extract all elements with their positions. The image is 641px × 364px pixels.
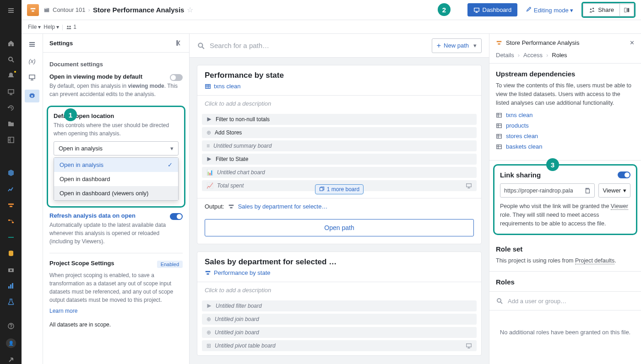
svg-rect-8 xyxy=(8,286,10,289)
scope-label: Project Scope Settings xyxy=(49,260,114,267)
cube-icon[interactable] xyxy=(7,169,15,177)
close-icon[interactable]: ✕ xyxy=(630,39,635,46)
present-icon[interactable] xyxy=(7,88,15,96)
svg-point-36 xyxy=(497,299,501,302)
history-icon[interactable] xyxy=(7,104,15,112)
board-row[interactable]: ⊕Add Stores xyxy=(202,127,477,138)
folder-icon xyxy=(43,7,50,13)
help-menu[interactable]: Help ▾ xyxy=(43,24,59,30)
board-row[interactable]: Filter to non-null totals xyxy=(202,114,477,125)
user-avatar[interactable]: 👤 xyxy=(6,338,16,348)
copy-icon[interactable] xyxy=(584,187,591,194)
default-location-select[interactable]: Open in analysis ▾ xyxy=(54,141,179,155)
crumb-details[interactable]: Details xyxy=(496,52,514,59)
menu-icon[interactable] xyxy=(7,6,15,14)
svg-point-18 xyxy=(69,26,71,27)
new-path-button[interactable]: + New path ▾ xyxy=(432,38,482,53)
hamburger-icon[interactable] xyxy=(28,40,36,48)
path2-source[interactable]: Performance by state xyxy=(205,269,474,276)
search-path[interactable]: Search for a path… xyxy=(197,42,426,50)
board-row[interactable]: Untitled filter board xyxy=(202,300,477,311)
section-doc-settings: Document settings xyxy=(49,61,183,68)
dataset-link[interactable]: txns clean xyxy=(496,112,635,118)
refresh-label: Refresh analysis data on open xyxy=(49,212,136,219)
help-icon[interactable] xyxy=(7,322,15,330)
folder-icon[interactable] xyxy=(7,120,15,128)
share-panel-toggle[interactable] xyxy=(620,4,634,16)
default-location-callout: Default open location This controls wher… xyxy=(47,106,185,208)
svg-rect-14 xyxy=(474,8,479,11)
canvas: Search for a path… + New path ▾ Performa… xyxy=(190,34,489,364)
search-icon[interactable] xyxy=(7,56,15,64)
upstream-title: Upstream dependencies xyxy=(496,70,635,78)
file-menu[interactable]: File ▾ xyxy=(28,24,41,30)
chart-icon[interactable] xyxy=(7,185,15,193)
home-icon[interactable] xyxy=(7,39,15,47)
layout-icon[interactable] xyxy=(7,136,15,144)
more-boards-button[interactable]: 1 more board xyxy=(315,184,364,194)
svg-rect-24 xyxy=(228,204,234,206)
camera-icon[interactable] xyxy=(7,266,15,273)
breadcrumb-folder[interactable]: Contour 101 xyxy=(53,6,86,13)
option-open-dashboard-viewers[interactable]: Open in dashboard (viewers only) xyxy=(54,186,178,200)
viewing-mode-toggle[interactable] xyxy=(170,74,183,81)
board-row[interactable]: ⊕Untitled join board xyxy=(202,327,477,338)
contour-icon xyxy=(228,203,234,210)
board-row[interactable]: ≡Untitled summary board xyxy=(202,140,477,151)
dataset-link[interactable]: baskets clean xyxy=(496,143,635,150)
open-path-button[interactable]: Open path xyxy=(205,219,474,236)
option-open-analysis[interactable]: Open in analysis✓ xyxy=(54,158,178,172)
viewing-mode-label: Open in viewing mode by default xyxy=(49,73,142,80)
board-row[interactable]: ⊕Untitled join board xyxy=(202,314,477,325)
collaborators[interactable]: 1 xyxy=(66,24,76,30)
page-title[interactable]: Store Performance Analysis xyxy=(93,6,185,14)
callout-1: 1 xyxy=(64,108,77,121)
board-row[interactable]: 📊Untitled chart board xyxy=(202,167,477,178)
share-url-input[interactable]: https://proper-raindrop.palantir xyxy=(500,183,595,198)
link-sharing-toggle[interactable] xyxy=(618,171,630,178)
refresh-toggle[interactable] xyxy=(170,213,183,220)
crumb-roles[interactable]: Roles xyxy=(552,52,567,59)
svg-rect-10 xyxy=(12,283,13,289)
option-open-dashboard[interactable]: Open in dashboard xyxy=(54,172,178,186)
variable-icon[interactable]: (x) xyxy=(28,57,36,65)
link-sharing-title: Link sharing xyxy=(500,171,541,179)
scope-badge: Enabled xyxy=(157,261,183,268)
editing-mode-button[interactable]: Editing mode ▾ xyxy=(522,3,577,16)
learn-more-link[interactable]: Learn more xyxy=(49,308,183,314)
dashboard-button[interactable]: Dashboard xyxy=(467,3,518,16)
svg-rect-28 xyxy=(467,344,472,347)
screen-icon[interactable] xyxy=(28,73,36,81)
star-icon[interactable]: ☆ xyxy=(187,5,193,14)
database-icon[interactable] xyxy=(7,250,15,257)
flow-icon[interactable] xyxy=(7,217,15,225)
crumb-access[interactable]: Access xyxy=(523,52,543,59)
path2-desc[interactable]: Click to add a description xyxy=(197,282,481,298)
notifications-icon[interactable] xyxy=(7,72,15,80)
svg-rect-29 xyxy=(497,41,502,42)
flask-icon[interactable] xyxy=(7,298,15,305)
bars-icon[interactable] xyxy=(7,282,15,289)
share-role-select[interactable]: Viewer▾ xyxy=(598,183,630,198)
refresh-desc: Automatically update to the latest avail… xyxy=(49,221,183,246)
add-user-input[interactable]: Add a user or group… xyxy=(489,291,641,310)
path1-desc[interactable]: Click to add a description xyxy=(197,96,481,112)
dataset-link[interactable]: products xyxy=(496,122,635,129)
settings-panel: Settings Document settings Open in viewi… xyxy=(43,34,190,364)
path1-source[interactable]: txns clean xyxy=(205,83,474,90)
board-row[interactable]: ⊞Untitled pivot table board xyxy=(202,340,477,351)
dataset-link[interactable]: stores clean xyxy=(496,133,635,139)
collapse-icon[interactable] xyxy=(175,39,183,47)
export-icon[interactable] xyxy=(7,356,15,364)
callout-2: 2 xyxy=(438,3,451,16)
output-link[interactable]: Sales by department for selecte… xyxy=(238,203,328,210)
svg-point-20 xyxy=(198,43,202,47)
share-button[interactable]: Share xyxy=(583,3,620,16)
settings-icon[interactable] xyxy=(25,90,39,102)
svg-rect-9 xyxy=(10,284,11,289)
contour-icon[interactable] xyxy=(7,201,15,209)
path2-title: Sales by department for selected … xyxy=(205,257,474,267)
callout-3: 3 xyxy=(546,158,559,171)
pipeline-icon[interactable] xyxy=(7,234,15,241)
board-row[interactable]: Filter to State xyxy=(202,154,477,165)
